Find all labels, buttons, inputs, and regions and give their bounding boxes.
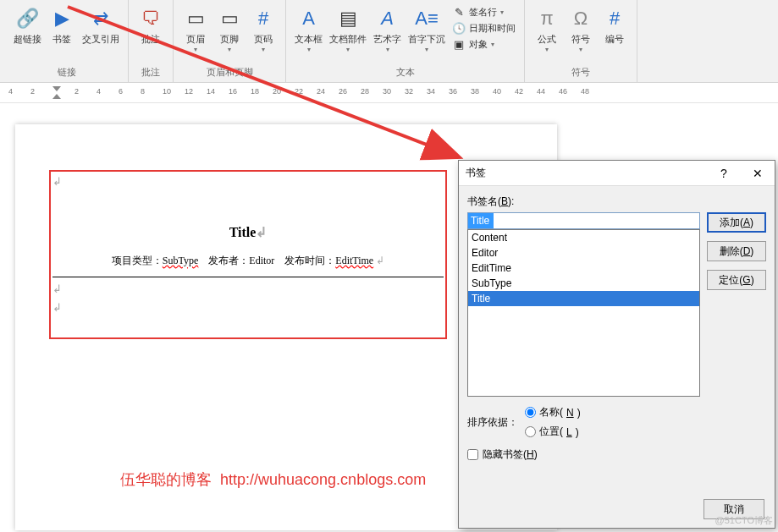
header-button[interactable]: ▭ 页眉 ▾ [179, 3, 212, 64]
comment-button[interactable]: 🗨 批注 [134, 3, 168, 64]
meta-editor-label: 发布者： [208, 255, 249, 266]
textbox-icon: A [295, 5, 323, 32]
meta-editor-value[interactable]: Editor [249, 255, 274, 266]
equation-icon: π [533, 5, 560, 32]
ruler-tick: 48 [581, 87, 589, 96]
bookmark-item-selected[interactable]: Title [468, 291, 699, 306]
ruler-tick: 26 [339, 87, 347, 96]
footer-button[interactable]: ▭ 页脚 ▾ [212, 3, 246, 64]
close-button[interactable]: ✕ [741, 167, 775, 180]
dropdown-icon: ▾ [545, 46, 549, 53]
bookmark-list[interactable]: Content Editor EditTime SubType Title [467, 229, 700, 397]
dropdown-icon: ▾ [194, 46, 197, 53]
ruler-tick: 44 [537, 87, 545, 96]
bookmark-name-input[interactable] [467, 212, 700, 229]
meta-time-label: 发布时间： [284, 255, 335, 266]
ruler-tick: 38 [471, 87, 479, 96]
ruler-tick: 2 [74, 87, 79, 96]
bookmark-item[interactable]: EditTime [468, 261, 699, 276]
ruler-tick: 10 [163, 87, 171, 96]
quickparts-button[interactable]: ▤ 文档部件 ▾ [326, 3, 370, 64]
bookmark-item[interactable]: SubType [468, 276, 699, 291]
textbox-button[interactable]: A 文本框 ▾ [291, 3, 326, 64]
hyperlink-icon: 🔗 [14, 5, 41, 32]
symbol-button[interactable]: Ω 符号 ▾ [564, 3, 598, 64]
meta-type-label: 项目类型： [112, 255, 163, 266]
wordart-icon: A [374, 5, 401, 32]
signature-icon: ✎ [452, 5, 466, 19]
number-icon: # [601, 5, 628, 32]
group-label-headerfooter: 页眉和页脚 [179, 64, 280, 82]
ruler-tick: 30 [383, 87, 391, 96]
ruler-tick: 12 [185, 87, 193, 96]
radio-name[interactable] [525, 407, 536, 418]
datetime-button[interactable]: 🕓日期和时间 [452, 21, 516, 35]
ruler-tick: 42 [515, 87, 523, 96]
hidden-bookmarks-checkbox[interactable] [467, 449, 478, 460]
comment-icon: 🗨 [137, 5, 164, 32]
radio-location[interactable] [525, 426, 536, 437]
ruler-tick: 16 [229, 87, 237, 96]
object-button[interactable]: ▣对象▾ [452, 37, 516, 51]
ribbon-group-link: 🔗 超链接 ▶ 书签 ⇄ 交叉引用 链接 [5, 0, 129, 82]
ribbon-group-symbols: π 公式 ▾ Ω 符号 ▾ # 编号 符号 [525, 0, 637, 82]
dialog-title: 书签 [466, 166, 486, 180]
dialog-titlebar[interactable]: 书签 ? ✕ [459, 161, 775, 186]
hyperlink-button[interactable]: 🔗 超链接 [10, 3, 45, 64]
indent-marker-top[interactable] [52, 94, 61, 99]
add-button[interactable]: 添加(A) [707, 212, 766, 233]
dropdown-icon: ▾ [346, 46, 350, 53]
wordart-button[interactable]: A 艺术字 ▾ [370, 3, 405, 64]
sort-by-name[interactable]: 名称(N) [525, 405, 581, 420]
dropdown-icon: ▾ [425, 46, 428, 53]
footer-icon: ▭ [216, 5, 243, 32]
ruler-tick: 34 [427, 87, 435, 96]
ruler-tick: 28 [361, 87, 369, 96]
ribbon-group-text: A 文本框 ▾ ▤ 文档部件 ▾ A 艺术字 ▾ A≡ 首字下沉 ▾ ✎签名行▾ [286, 0, 525, 82]
document-content[interactable]: ↲ Title↲ 项目类型：SubType 发布者：Editor 发布时间：Ed… [52, 175, 444, 315]
document-area: ↲ Title↲ 项目类型：SubType 发布者：Editor 发布时间：Ed… [0, 103, 778, 124]
group-label-text: 文本 [291, 64, 519, 82]
crossref-icon: ⇄ [87, 5, 114, 32]
ruler[interactable]: 4224681012141618202224262830323436384042… [0, 83, 778, 103]
meta-time-value[interactable]: EditTime [335, 255, 373, 266]
delete-button[interactable]: 删除(D) [707, 241, 766, 261]
indent-marker-bottom[interactable] [52, 86, 61, 91]
doc-divider [52, 277, 444, 277]
hidden-bookmarks-label: 隐藏书签(H) [483, 447, 538, 462]
goto-button[interactable]: 定位(G) [707, 270, 766, 290]
dropcap-button[interactable]: A≡ 首字下沉 ▾ [405, 3, 449, 64]
ruler-tick: 36 [449, 87, 457, 96]
bookmark-button[interactable]: ▶ 书签 [45, 3, 79, 64]
ribbon-group-comment: 🗨 批注 批注 [129, 0, 174, 82]
ruler-tick: 4 [8, 87, 13, 96]
dropdown-icon: ▾ [307, 46, 311, 53]
ruler-tick: 6 [119, 87, 123, 96]
bookmark-name-label: 书签名(B): [467, 195, 514, 207]
object-icon: ▣ [452, 37, 466, 51]
group-label-link: 链接 [10, 64, 123, 82]
number-button[interactable]: # 编号 [598, 3, 632, 64]
dropdown-icon: ▾ [262, 46, 265, 53]
help-button[interactable]: ? [707, 167, 741, 180]
crossref-button[interactable]: ⇄ 交叉引用 [79, 3, 123, 64]
datetime-icon: 🕓 [452, 21, 466, 35]
ruler-tick: 14 [207, 87, 215, 96]
bookmark-item[interactable]: Content [468, 230, 699, 245]
signature-button[interactable]: ✎签名行▾ [452, 5, 516, 19]
ruler-tick: 46 [559, 87, 567, 96]
doc-title[interactable]: Title [229, 225, 257, 239]
dropdown-icon: ▾ [386, 46, 389, 53]
pagenum-icon: # [250, 5, 277, 32]
equation-button[interactable]: π 公式 ▾ [530, 3, 564, 64]
sort-by-location[interactable]: 位置(L) [525, 425, 581, 439]
bookmark-icon: ▶ [48, 5, 75, 32]
ribbon: 🔗 超链接 ▶ 书签 ⇄ 交叉引用 链接 🗨 批注 批注 ▭ [0, 0, 778, 83]
bookmark-item[interactable]: Editor [468, 245, 699, 261]
dropdown-icon: ▾ [228, 46, 231, 53]
ruler-tick: 22 [295, 87, 303, 96]
ruler-tick: 4 [97, 87, 101, 96]
ruler-tick: 18 [251, 87, 259, 96]
meta-type-value[interactable]: SubType [163, 255, 199, 266]
pagenum-button[interactable]: # 页码 ▾ [246, 3, 280, 64]
